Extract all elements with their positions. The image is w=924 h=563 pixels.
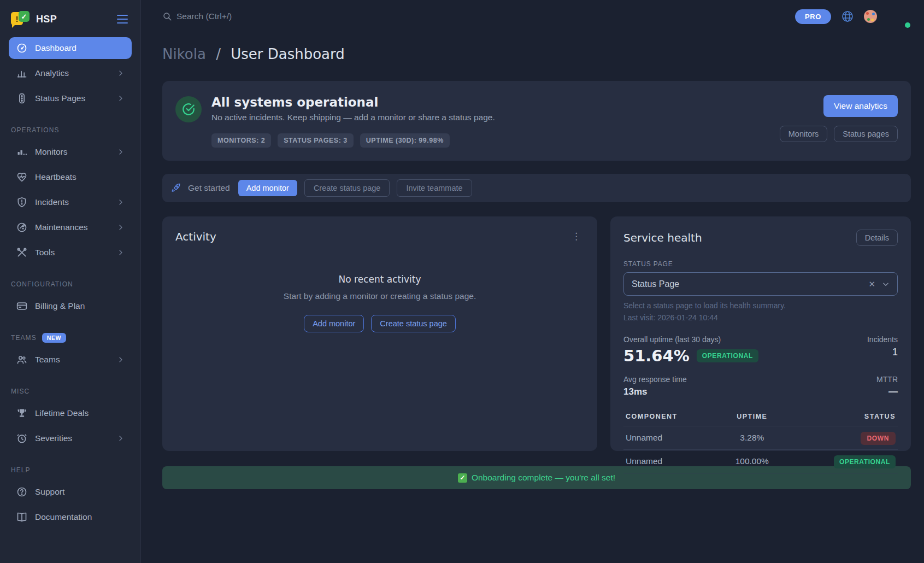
- activity-empty-state: No recent activity Start by adding a mon…: [162, 274, 597, 332]
- chevron-right-icon: [117, 149, 124, 155]
- sidebar-section-help: HELP: [11, 466, 130, 474]
- open-book-icon: [16, 512, 27, 523]
- column-header-status: STATUS: [785, 407, 898, 426]
- hero-stat-chips: MONITORS: 2 STATUS PAGES: 3 UPTIME (30D)…: [211, 133, 780, 148]
- sidebar-item-billing[interactable]: Billing & Plan: [9, 295, 132, 317]
- status-badge: OPERATIONAL: [834, 455, 896, 468]
- kebab-menu-icon[interactable]: ⋮: [568, 230, 584, 243]
- monitor-bars-icon: [16, 146, 27, 157]
- check-circle-icon: [175, 96, 202, 122]
- status-pages-button[interactable]: Status pages: [834, 126, 898, 142]
- sidebar-section-misc: MISC: [11, 387, 130, 396]
- mttr-value: —: [876, 386, 898, 397]
- wrench-circle-icon: [16, 222, 27, 233]
- traffic-light-icon: [16, 93, 27, 104]
- user-avatar[interactable]: [887, 4, 911, 28]
- details-button[interactable]: Details: [856, 230, 898, 246]
- sidebar-item-label: Support: [35, 487, 124, 497]
- component-name: Unnamed: [623, 450, 720, 473]
- topbar-actions: PRO: [795, 4, 911, 28]
- add-monitor-button[interactable]: Add monitor: [238, 180, 297, 196]
- service-health-title: Service health: [623, 231, 702, 244]
- sidebar-item-monitors[interactable]: Monitors: [9, 141, 132, 163]
- content: Nikola / User Dashboard All systems oper…: [141, 33, 924, 563]
- sidebar-item-label: Severities: [35, 433, 110, 443]
- question-badge-icon: [16, 486, 27, 497]
- clear-icon[interactable]: ✕: [868, 279, 875, 289]
- chevron-right-icon: [117, 70, 124, 77]
- monitors-count-chip: MONITORS: 2: [211, 133, 271, 148]
- status-page-select[interactable]: Status Page ✕: [623, 272, 898, 296]
- sidebar-item-heartbeats[interactable]: Heartbeats: [9, 166, 132, 188]
- sidebar-item-severities[interactable]: Severities: [9, 427, 132, 449]
- chevron-right-icon: [117, 224, 124, 231]
- credit-card-icon: [16, 301, 27, 312]
- breadcrumb-parent[interactable]: Nikola: [162, 46, 206, 62]
- sidebar-section-configuration: CONFIGURATION: [11, 280, 130, 289]
- chevron-right-icon: [117, 199, 124, 206]
- activity-title: Activity: [175, 230, 216, 243]
- sidebar-item-teams[interactable]: Teams: [9, 349, 132, 371]
- rocket-icon: [171, 183, 181, 193]
- create-status-page-button[interactable]: Create status page: [304, 179, 390, 197]
- sidebar-item-analytics[interactable]: Analytics: [9, 62, 132, 84]
- alarm-clock-icon: [16, 433, 27, 444]
- hamburger-menu-icon[interactable]: [115, 13, 130, 25]
- sidebar-item-label: Billing & Plan: [35, 301, 124, 311]
- monitors-button[interactable]: Monitors: [780, 126, 828, 142]
- get-started-bar: Get started Add monitor Create status pa…: [162, 174, 911, 202]
- gauge-icon: [16, 43, 27, 54]
- component-uptime: 100.00%: [720, 450, 785, 473]
- sidebar: ! ✓ HSP Dashboard Analytics Status Pages: [0, 0, 141, 563]
- topbar: Search (Ctrl+/) PRO: [141, 0, 924, 33]
- sidebar-item-label: Teams: [35, 355, 110, 365]
- new-badge: NEW: [42, 333, 66, 343]
- component-uptime: 3.28%: [720, 426, 785, 450]
- brand-name: HSP: [36, 14, 109, 25]
- empty-create-status-page-button[interactable]: Create status page: [371, 315, 456, 332]
- component-name: Unnamed: [623, 426, 720, 450]
- invite-teammate-button[interactable]: Invite teammate: [397, 179, 472, 197]
- sidebar-item-maintenances[interactable]: Maintenances: [9, 216, 132, 238]
- bar-chart-icon: [16, 68, 27, 79]
- sidebar-item-documentation[interactable]: Documentation: [9, 506, 132, 528]
- sidebar-item-tools[interactable]: Tools: [9, 242, 132, 263]
- sidebar-item-incidents[interactable]: Incidents: [9, 191, 132, 213]
- overall-uptime-value: 51.64%: [623, 347, 690, 365]
- sidebar-section-teams: TEAMS NEW: [11, 333, 130, 342]
- table-row: Unnamed 3.28% DOWN: [623, 426, 898, 450]
- sidebar-item-label: Heartbeats: [35, 172, 124, 182]
- status-badge: OPERATIONAL: [697, 349, 758, 362]
- sidebar-item-label: Maintenances: [35, 222, 110, 232]
- sidebar-item-dashboard[interactable]: Dashboard: [9, 37, 132, 59]
- column-header-uptime: UPTIME: [720, 407, 785, 426]
- select-helper-text: Select a status page to load its health …: [623, 301, 898, 310]
- components-table: COMPONENT UPTIME STATUS Unnamed 3.28% DO…: [623, 407, 898, 473]
- select-value: Status Page: [632, 279, 868, 289]
- incidents-label: Incidents: [867, 335, 898, 344]
- search-icon: [162, 11, 172, 21]
- table-row: Unnamed 100.00% OPERATIONAL: [623, 450, 898, 473]
- crossed-tools-icon: [16, 247, 27, 258]
- status-page-field-label: STATUS PAGE: [623, 260, 898, 268]
- globe-icon[interactable]: [841, 10, 854, 23]
- theme-palette-icon[interactable]: [864, 10, 877, 23]
- sidebar-item-support[interactable]: Support: [9, 481, 132, 503]
- sidebar-item-label: Status Pages: [35, 93, 110, 103]
- pro-plan-badge[interactable]: PRO: [795, 9, 831, 24]
- search-placeholder: Search (Ctrl+/): [176, 11, 232, 21]
- sidebar-item-label: Monitors: [35, 147, 110, 157]
- empty-add-monitor-button[interactable]: Add monitor: [304, 315, 364, 332]
- sidebar-item-label: Tools: [35, 248, 110, 257]
- page-title: User Dashboard: [231, 46, 345, 62]
- view-analytics-button[interactable]: View analytics: [823, 95, 898, 117]
- column-header-component: COMPONENT: [623, 407, 720, 426]
- avg-response-value: 13ms: [623, 386, 687, 397]
- status-badge: DOWN: [861, 432, 896, 445]
- sidebar-item-lifetime-deals[interactable]: Lifetime Deals: [9, 402, 132, 424]
- get-started-label: Get started: [188, 183, 230, 193]
- last-visit-text: Last visit: 2026-01-24 10:44: [623, 313, 898, 322]
- sidebar-item-status-pages[interactable]: Status Pages: [9, 87, 132, 109]
- search-input[interactable]: Search (Ctrl+/): [162, 11, 795, 21]
- sidebar-section-operations: OPERATIONS: [11, 126, 130, 134]
